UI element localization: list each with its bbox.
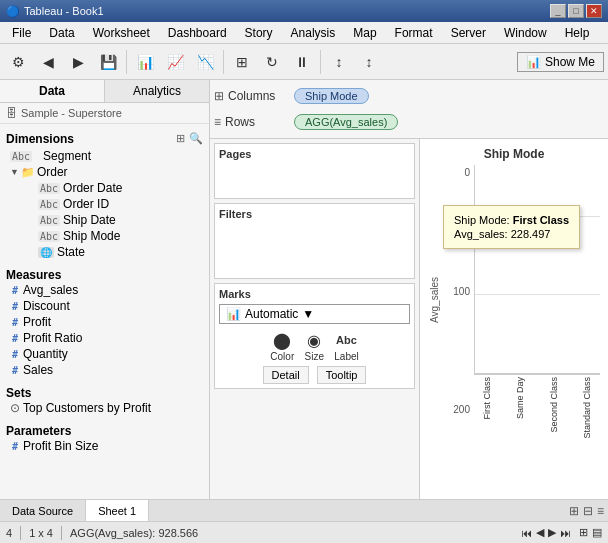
toolbar-chart1-button[interactable]: 📊: [131, 48, 159, 76]
list-item[interactable]: Abc Ship Mode: [6, 228, 203, 244]
menu-data[interactable]: Data: [41, 24, 82, 42]
hash-badge: #: [10, 317, 20, 328]
view-list-icon[interactable]: ▤: [592, 526, 602, 539]
y-axis-label: Avg_sales: [429, 277, 443, 323]
maximize-button[interactable]: □: [568, 4, 584, 18]
menu-format[interactable]: Format: [387, 24, 441, 42]
measure-name: Profit Ratio: [23, 331, 82, 345]
show-me-button[interactable]: 📊 Show Me: [517, 52, 604, 72]
size-icon: ◉: [302, 330, 326, 350]
rows-pill[interactable]: AGG(Avg_sales): [294, 114, 398, 130]
list-item[interactable]: # Profit Ratio: [6, 330, 203, 346]
toolbar-refresh-button[interactable]: ↻: [258, 48, 286, 76]
view-grid-icon[interactable]: ⊞: [579, 526, 588, 539]
measure-name: Profit: [23, 315, 51, 329]
tab-sheet1[interactable]: Sheet 1: [86, 500, 149, 521]
datasource-name: Sample - Superstore: [21, 107, 122, 119]
marks-type-dropdown[interactable]: 📊 Automatic ▼: [219, 304, 410, 324]
new-sheet-icon[interactable]: ⊞: [569, 504, 579, 518]
minimize-button[interactable]: _: [550, 4, 566, 18]
list-item[interactable]: ⊙ Top Customers by Profit: [6, 400, 203, 416]
nav-next-icon[interactable]: ▶: [548, 526, 556, 539]
dropdown-arrow-icon: ▼: [302, 307, 314, 321]
marks-detail-button[interactable]: Detail: [263, 366, 309, 384]
type-badge: Abc: [38, 199, 60, 210]
measure-name: Discount: [23, 299, 70, 313]
pages-content[interactable]: [219, 164, 410, 194]
marks-size-button[interactable]: ◉ Size: [302, 330, 326, 362]
list-item[interactable]: # Quantity: [6, 346, 203, 362]
list-item[interactable]: # Profit: [6, 314, 203, 330]
toolbar-new-button[interactable]: ⚙: [4, 48, 32, 76]
toolbar-sort2-button[interactable]: ↕: [355, 48, 383, 76]
dimensions-section: Dimensions ⊞ 🔍 Abc Segment ▼ 📁 Order: [0, 124, 209, 264]
marks-tooltip-button[interactable]: Tooltip: [317, 366, 367, 384]
toolbar-save-button[interactable]: 💾: [94, 48, 122, 76]
dim-name: Ship Mode: [63, 229, 120, 243]
menu-analysis[interactable]: Analysis: [283, 24, 344, 42]
menu-server[interactable]: Server: [443, 24, 494, 42]
toolbar-pause-button[interactable]: ⏸: [288, 48, 316, 76]
toolbar: ⚙ ◀ ▶ 💾 📊 📈 📉 ⊞ ↻ ⏸ ↕ ↕ 📊 Show Me: [0, 44, 608, 80]
menu-window[interactable]: Window: [496, 24, 555, 42]
toolbar-chart3-button[interactable]: 📉: [191, 48, 219, 76]
list-item[interactable]: # Profit Bin Size: [6, 438, 203, 454]
dim-grid-icon[interactable]: ⊞: [176, 132, 185, 145]
tab-analytics[interactable]: Analytics: [105, 80, 209, 102]
list-item[interactable]: ▼ 📁 Order: [6, 164, 203, 180]
measure-name: Quantity: [23, 347, 68, 361]
menu-file[interactable]: File: [4, 24, 39, 42]
menu-map[interactable]: Map: [345, 24, 384, 42]
close-button[interactable]: ✕: [586, 4, 602, 18]
list-item[interactable]: Abc Order Date: [6, 180, 203, 196]
type-badge: Abc: [38, 183, 60, 194]
set-name: Top Customers by Profit: [23, 401, 151, 415]
measures-section: Measures # Avg_sales # Discount # Profit…: [0, 264, 209, 382]
list-item[interactable]: # Avg_sales: [6, 282, 203, 298]
tab-datasource[interactable]: Data Source: [0, 500, 86, 521]
new-story-icon[interactable]: ≡: [597, 504, 604, 518]
menu-dashboard[interactable]: Dashboard: [160, 24, 235, 42]
toolbar-back-button[interactable]: ◀: [34, 48, 62, 76]
list-item[interactable]: Abc Segment: [6, 148, 203, 164]
list-item[interactable]: # Sales: [6, 362, 203, 378]
menu-help[interactable]: Help: [557, 24, 598, 42]
dim-name: Order ID: [63, 197, 109, 211]
page-label: 4: [6, 527, 12, 539]
bottom-tabs: Data Source Sheet 1 ⊞ ⊟ ≡: [0, 499, 608, 521]
dim-search-icon[interactable]: 🔍: [189, 132, 203, 145]
window-controls[interactable]: _ □ ✕: [550, 4, 602, 18]
toolbar-chart2-button[interactable]: 📈: [161, 48, 189, 76]
menu-story[interactable]: Story: [237, 24, 281, 42]
list-item[interactable]: Abc Order ID: [6, 196, 203, 212]
nav-prev-icon[interactable]: ◀: [536, 526, 544, 539]
size-label: Size: [305, 351, 324, 362]
parameters-section: Parameters # Profit Bin Size: [0, 420, 209, 458]
list-item[interactable]: # Discount: [6, 298, 203, 314]
list-item[interactable]: Abc Ship Date: [6, 212, 203, 228]
tooltip-shipmode-value: First Class: [513, 214, 569, 226]
window-title: Tableau - Book1: [24, 5, 104, 17]
nav-last-icon[interactable]: ⏭: [560, 527, 571, 539]
toolbar-sort1-button[interactable]: ↕: [325, 48, 353, 76]
datasource-label: 🗄 Sample - Superstore: [0, 103, 209, 124]
columns-icon: ⊞: [214, 89, 224, 103]
marks-color-button[interactable]: ⬤ Color: [270, 330, 294, 362]
color-icon: ⬤: [270, 330, 294, 350]
tooltip-avgsales-value: 228.497: [511, 228, 551, 240]
columns-pill[interactable]: Ship Mode: [294, 88, 369, 104]
list-item[interactable]: 🌐 State: [6, 244, 203, 260]
columns-label: Columns: [228, 89, 275, 103]
tab-data[interactable]: Data: [0, 80, 105, 102]
nav-first-icon[interactable]: ⏮: [521, 527, 532, 539]
new-dashboard-icon[interactable]: ⊟: [583, 504, 593, 518]
dim-name: Ship Date: [63, 213, 116, 227]
right-panel: ⊞ Columns Ship Mode ≡ Rows AGG(Avg_sales…: [210, 80, 608, 499]
toolbar-filter-button[interactable]: ⊞: [228, 48, 256, 76]
tooltip-avgsales-label: Avg_sales:: [454, 228, 508, 240]
toolbar-forward-button[interactable]: ▶: [64, 48, 92, 76]
marks-label-button[interactable]: Abc Label: [334, 330, 358, 362]
filters-content[interactable]: [219, 224, 410, 274]
menu-worksheet[interactable]: Worksheet: [85, 24, 158, 42]
dim-name: Order Date: [63, 181, 122, 195]
